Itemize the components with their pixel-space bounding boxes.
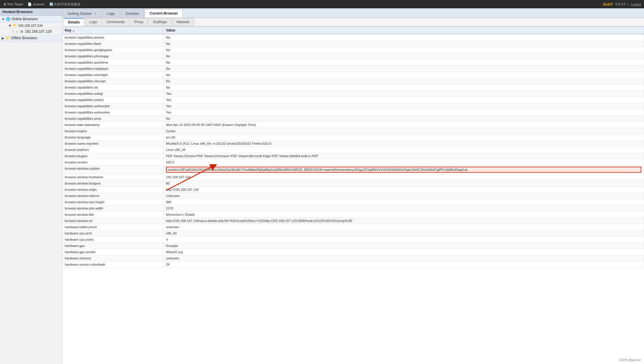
table-row[interactable]: browser.version102.0 — [62, 159, 644, 166]
tab-second-commands[interactable]: Commands — [102, 18, 129, 26]
tab-second-xssrays[interactable]: XssRays — [148, 18, 171, 26]
key-cell: hardware.gpu — [62, 243, 163, 249]
tab-top-getting-started[interactable]: Getting Started✕ — [62, 9, 101, 18]
ip-group-item[interactable]: ▼ 📁 192.168.107.134 — [0, 23, 62, 29]
table-row[interactable]: browser.date.datestampMon Apr 10 2023 08… — [62, 122, 644, 128]
table-row[interactable]: browser.capabilities.flashNo — [62, 41, 644, 47]
key-cell: browser.version — [62, 159, 163, 166]
table-row[interactable]: browser.capabilities.googlegearsNo — [62, 47, 644, 53]
sub-ip-item[interactable]: ? ⚠ 🖥 192.168.107.129 — [0, 29, 62, 35]
online-browsers-group: ▼ 🌐 Online Browsers ▼ 📁 192.168.107.134 … — [0, 16, 62, 35]
table-row[interactable]: browser.window.urihttp://192.168.107.134… — [62, 218, 644, 224]
offline-browsers-label: Offline Browsers — [11, 36, 37, 40]
sidebar: Hooked Browsers ▼ 🌐 Online Browsers ▼ 📁 … — [0, 8, 62, 364]
table-row[interactable]: browser.capabilities.silverlightNo — [62, 72, 644, 78]
folder-icon: 📁 — [13, 23, 17, 27]
table-row[interactable]: browser.platformLinux x86_64 — [62, 147, 644, 153]
table-row[interactable]: browser.capabilities.vbscriptNo — [62, 78, 644, 84]
value-cell: Yes — [163, 91, 644, 97]
key-cell: browser.capabilities.webworker — [62, 109, 163, 116]
content-area: Getting Started✕LogsZombiesCurrent Brows… — [62, 8, 644, 364]
table-container[interactable]: Key ▲ Value browser.capabilities.activex… — [62, 27, 644, 364]
table-row[interactable]: browser.pluginsPDF Viewer,Chrome PDF Vie… — [62, 153, 644, 159]
key-cell: browser.capabilities.flash — [62, 41, 163, 47]
table-row[interactable]: browser.capabilities.realplayerNo — [62, 66, 644, 72]
table-row[interactable]: browser.capabilities.websocketYes — [62, 103, 644, 109]
key-cell: browser.capabilities.silverlight — [62, 72, 163, 78]
offline-browsers-header[interactable]: ▶ 📁 Offline Browsers — [0, 35, 62, 42]
key-cell: browser.window.hostname — [62, 174, 163, 180]
table-row[interactable]: browser.capabilities.activexNo — [62, 34, 644, 41]
tab-top-logs[interactable]: Logs — [102, 9, 120, 18]
tab-second-logs[interactable]: Logs — [85, 18, 101, 26]
value-cell: No — [163, 72, 644, 78]
tab-top-current-browser[interactable]: Current Browser — [145, 9, 183, 18]
value-cell: Gecko — [163, 128, 644, 134]
watermark: CSDN @gaymer — [619, 358, 641, 362]
table-row[interactable]: browser.window.hostport80 — [62, 180, 644, 187]
table-row[interactable]: browser.window.originhttp://192.168.107.… — [62, 187, 644, 193]
table-row[interactable]: browser.window.size.height384 — [62, 199, 644, 205]
value-cell: Yes — [163, 97, 644, 103]
key-cell: hardware.cpu.cores — [62, 237, 163, 243]
table-row[interactable]: hardware.screen.colordepth24 — [62, 261, 644, 268]
table-row[interactable]: hardware.cpu.archx86_64 — [62, 230, 644, 237]
warning-icon: ⚠ — [15, 30, 18, 33]
tab-close-icon[interactable]: ✕ — [94, 12, 96, 15]
key-cell: browser.window.hostport — [62, 180, 163, 187]
table-row[interactable]: browser.window.size.width2170 — [62, 205, 644, 212]
key-cell: browser.capabilities.quicktime — [62, 59, 163, 66]
tab-top-zombies[interactable]: Zombies — [120, 9, 144, 18]
value-cell: 192.168.107.134 — [163, 174, 644, 180]
table-row[interactable]: browser.capabilities.webglYes — [62, 91, 644, 97]
table-row[interactable]: browser.capabilities.vlcNo — [62, 84, 644, 91]
tab-second-details[interactable]: Details — [64, 18, 84, 26]
table-row[interactable]: hardware.gpu.vendorMesa/X.org — [62, 249, 644, 255]
table-row[interactable]: browser.name.reportedMozilla/5.0 (X11; L… — [62, 141, 644, 147]
key-column-header[interactable]: Key ▲ — [62, 27, 163, 34]
table-row[interactable]: browser.window.cookiescookie=U2FsdGVkX19… — [62, 166, 644, 174]
online-browsers-label: Online Browsers — [12, 17, 38, 21]
table-row[interactable]: browser.window.referrerUnknown — [62, 193, 644, 199]
table-row[interactable]: browser.capabilities.webrtcYes — [62, 97, 644, 103]
table-row[interactable]: browser.capabilities.wmpNo — [62, 116, 644, 122]
key-cell: browser.plugins — [62, 153, 163, 159]
key-cell: browser.capabilities.activex — [62, 34, 163, 41]
value-cell: 102.0 — [163, 159, 644, 166]
table-row[interactable]: browser.capabilities.phonegapNo — [62, 53, 644, 59]
value-cell: No — [163, 41, 644, 47]
logout-link[interactable]: Logout — [631, 2, 641, 6]
online-browsers-header[interactable]: ▼ 🌐 Online Browsers — [0, 16, 62, 23]
value-cell: en-US — [163, 134, 644, 141]
value-cell: http://192.168.107.134/opus-details.php?… — [163, 218, 644, 224]
table-row[interactable]: browser.languageen-US — [62, 134, 644, 141]
table-row[interactable]: browser.window.hostname192.168.107.134 — [62, 174, 644, 180]
topbar-ajest: 🔟 AJEST安全实验室 — [49, 2, 81, 7]
offline-folder-icon: 📁 — [5, 36, 10, 40]
value-cell: Mon Apr 10 2023 08:45:45 GMT-0400 (Easte… — [163, 122, 644, 128]
table-row[interactable]: hardware.cpu.cores4 — [62, 237, 644, 243]
table-row[interactable]: hardware.gpullvmpipe — [62, 243, 644, 249]
value-cell: Unknown — [163, 193, 644, 199]
table-row[interactable]: browser.engineGecko — [62, 128, 644, 134]
value-cell: unknown — [163, 255, 644, 261]
tab-second-network[interactable]: Network — [172, 18, 194, 26]
table-row[interactable]: browser.capabilities.quicktimeNo — [62, 59, 644, 66]
details-table: Key ▲ Value browser.capabilities.activex… — [62, 27, 644, 268]
table-row[interactable]: hardware.memoryunknown — [62, 255, 644, 261]
key-cell: browser.window.referrer — [62, 193, 163, 199]
key-cell: browser.platform — [62, 147, 163, 153]
key-cell: browser.window.size.height — [62, 199, 163, 205]
value-cell: No — [163, 84, 644, 91]
tab-second-proxy[interactable]: Proxy — [130, 18, 148, 26]
beef-logo: BeEF — [603, 2, 613, 7]
sub-ip-label: 192.168.107.129 — [25, 29, 52, 34]
key-cell: browser.capabilities.phonegap — [62, 53, 163, 59]
topbar-scanner: 📄 scanner — [28, 2, 44, 6]
table-row[interactable]: browser.capabilities.webworkerYes — [62, 109, 644, 116]
table-row[interactable]: browser.window.titleMomentum | Details — [62, 212, 644, 218]
key-cell: browser.capabilities.vbscript — [62, 78, 163, 84]
table-row[interactable]: hardware.battery.levelunknown — [62, 224, 644, 230]
globe-icon: 🌐 — [6, 17, 10, 21]
key-cell: browser.capabilities.vlc — [62, 84, 163, 91]
